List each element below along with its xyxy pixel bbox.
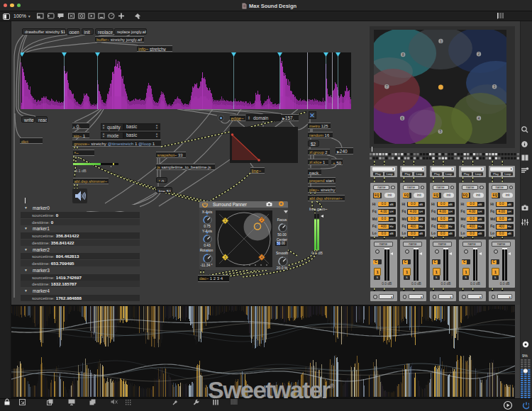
svg-text:9%: 9% [522, 354, 528, 358]
